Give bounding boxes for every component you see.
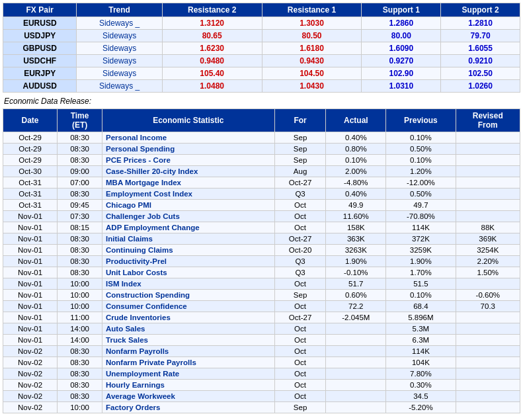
eco-cell: Nov-01 xyxy=(3,256,58,267)
eco-cell xyxy=(326,391,386,402)
eco-cell: 08:30 xyxy=(58,189,102,200)
eco-cell: 51.7 xyxy=(326,278,386,290)
eco-row: Nov-0108:30Initial ClaimsOct-27363K372K3… xyxy=(3,233,520,245)
eco-cell: 08:30 xyxy=(58,132,102,144)
eco-cell: 08:30 xyxy=(58,368,102,380)
eco-cell: Nov-02 xyxy=(3,380,58,391)
eco-row: Nov-0108:15ADP Employment ChangeOct158K1… xyxy=(3,222,520,233)
eco-cell: ISM Index xyxy=(102,278,275,290)
eco-cell: 0.10% xyxy=(386,155,456,166)
eco-row: Nov-0208:30Unemployment RateOct7.80% xyxy=(3,368,520,380)
eco-cell xyxy=(326,357,386,368)
eco-cell: Oct xyxy=(274,301,326,312)
fx-cell: 0.9270 xyxy=(362,55,441,67)
eco-cell: Nov-01 xyxy=(3,267,58,278)
economic-data-label: Economic Data Release: xyxy=(4,97,520,106)
eco-cell: Sep xyxy=(274,402,326,413)
fx-header-resistance-1: Resistance 1 xyxy=(262,3,362,17)
eco-row: Oct-3107:00MBA Mortgage IndexOct-27-4.80… xyxy=(3,177,520,189)
eco-cell: 1.70% xyxy=(386,267,456,278)
eco-cell: Oct xyxy=(274,335,326,346)
eco-cell: 10:00 xyxy=(58,301,102,312)
fx-cell: Sideways xyxy=(77,30,162,42)
eco-cell: 08:30 xyxy=(58,245,102,256)
eco-cell: 11:00 xyxy=(58,312,102,323)
eco-cell xyxy=(456,144,520,155)
fx-header-resistance-2: Resistance 2 xyxy=(162,3,262,17)
eco-cell: 369K xyxy=(456,233,520,245)
fx-cell: 0.9430 xyxy=(262,55,362,67)
fx-cell: 105.40 xyxy=(162,67,262,80)
eco-cell: Oct-29 xyxy=(3,132,58,144)
eco-cell: 72.2 xyxy=(326,301,386,312)
eco-cell: 08:30 xyxy=(58,391,102,402)
fx-cell: 1.2860 xyxy=(362,17,441,30)
eco-row: Nov-0110:00ISM IndexOct51.751.5 xyxy=(3,278,520,290)
fx-cell: GBPUSD xyxy=(3,42,77,55)
eco-cell xyxy=(326,335,386,346)
eco-cell: Q3 xyxy=(274,256,326,267)
fx-cell: 1.6180 xyxy=(262,42,362,55)
fx-cell: 102.90 xyxy=(362,67,441,80)
eco-cell: 08:30 xyxy=(58,233,102,245)
eco-cell: 0.10% xyxy=(386,290,456,301)
eco-row: Nov-0210:00Factory OrdersSep-5.20% xyxy=(3,402,520,413)
eco-cell: 104K xyxy=(386,357,456,368)
fx-row: USDJPYSideways80.6580.5080.0079.70 xyxy=(3,30,520,42)
fx-cell: Sideways xyxy=(77,42,162,55)
eco-cell: Chicago PMI xyxy=(102,200,275,211)
eco-cell: Nov-02 xyxy=(3,346,58,357)
eco-cell: Nov-01 xyxy=(3,312,58,323)
eco-row: Oct-2908:30Personal SpendingSep0.80%0.50… xyxy=(3,144,520,155)
eco-cell: Consumer Confidence xyxy=(102,301,275,312)
eco-row: Nov-0114:00Truck SalesOct6.3M xyxy=(3,335,520,346)
eco-cell: 0.50% xyxy=(386,144,456,155)
eco-cell: Aug xyxy=(274,166,326,177)
eco-cell: Oct xyxy=(274,357,326,368)
eco-cell: 08:30 xyxy=(58,357,102,368)
eco-cell: 09:45 xyxy=(58,200,102,211)
eco-cell: 49.7 xyxy=(386,200,456,211)
eco-cell: 6.3M xyxy=(386,335,456,346)
eco-cell: Q3 xyxy=(274,189,326,200)
main-container: FX PairTrendResistance 2Resistance 1Supp… xyxy=(0,0,523,420)
eco-cell: 1.50% xyxy=(456,267,520,278)
eco-cell: Oct xyxy=(274,278,326,290)
fx-row: GBPUSDSideways1.62301.61801.60901.6055 xyxy=(3,42,520,55)
eco-cell: 14:00 xyxy=(58,323,102,335)
eco-cell: ADP Employment Change xyxy=(102,222,275,233)
eco-cell: Personal Income xyxy=(102,132,275,144)
eco-cell: 11.60% xyxy=(326,211,386,222)
fx-cell: EURUSD xyxy=(3,17,77,30)
eco-cell xyxy=(456,177,520,189)
eco-row: Nov-0107:30Challenger Job CutsOct11.60%-… xyxy=(3,211,520,222)
eco-cell: 0.60% xyxy=(326,290,386,301)
eco-row: Nov-0108:30Unit Labor CostsQ3-0.10%1.70%… xyxy=(3,267,520,278)
eco-cell xyxy=(456,346,520,357)
fx-cell: Sideways _ xyxy=(77,80,162,93)
eco-cell: Sep xyxy=(274,155,326,166)
eco-cell: Oct xyxy=(274,391,326,402)
eco-cell: 08:30 xyxy=(58,256,102,267)
fx-cell: 1.2810 xyxy=(441,17,520,30)
eco-cell: 49.9 xyxy=(326,200,386,211)
eco-cell: 372K xyxy=(386,233,456,245)
eco-cell: 114K xyxy=(386,346,456,357)
eco-cell: -2.045M xyxy=(326,312,386,323)
eco-cell xyxy=(456,278,520,290)
eco-cell xyxy=(456,312,520,323)
eco-cell: Productivity-Prel xyxy=(102,256,275,267)
fx-cell: 1.3030 xyxy=(262,17,362,30)
eco-cell: Oct-31 xyxy=(3,200,58,211)
eco-header-revised-from: RevisedFrom xyxy=(456,109,520,132)
eco-row: Nov-0208:30Hourly EarningsOct0.30% xyxy=(3,380,520,391)
eco-cell: Nonfarm Payrolls xyxy=(102,346,275,357)
eco-cell: 1.90% xyxy=(386,256,456,267)
eco-cell xyxy=(326,323,386,335)
eco-cell: Nov-02 xyxy=(3,368,58,380)
fx-cell: EURJPY xyxy=(3,67,77,80)
eco-row: Nov-0111:00Crude InventoriesOct-27-2.045… xyxy=(3,312,520,323)
eco-cell: Unemployment Rate xyxy=(102,368,275,380)
eco-cell xyxy=(456,380,520,391)
eco-cell: Auto Sales xyxy=(102,323,275,335)
